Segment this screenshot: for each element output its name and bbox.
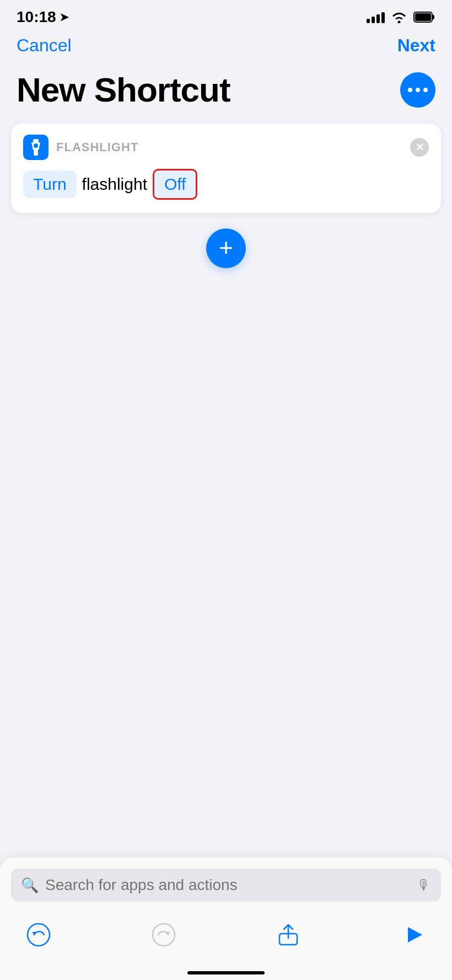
nav-bar: Cancel Next [0, 30, 452, 65]
redo-button[interactable] [147, 918, 180, 951]
flashlight-action-card: FLASHLIGHT ✕ Turn flashlight Off [11, 124, 441, 213]
cancel-button[interactable]: Cancel [17, 35, 72, 56]
next-button[interactable]: Next [397, 35, 435, 56]
location-arrow-icon: ➤ [60, 10, 69, 24]
off-chip[interactable]: Off [153, 169, 197, 200]
page-title: New Shortcut [17, 70, 230, 109]
svg-rect-4 [34, 150, 38, 156]
action-card-header: FLASHLIGHT ✕ [23, 135, 429, 160]
action-body: Turn flashlight Off [23, 169, 429, 200]
close-icon: ✕ [416, 142, 424, 152]
share-button[interactable] [272, 918, 305, 951]
add-action-button[interactable]: + [206, 228, 246, 268]
action-app-label: FLASHLIGHT [56, 140, 138, 155]
bottom-panel: 🔍 🎙 [0, 858, 452, 980]
bottom-toolbar [11, 914, 441, 971]
more-options-button[interactable] [400, 72, 435, 108]
status-icons [367, 11, 435, 23]
search-input[interactable] [45, 876, 410, 894]
play-button[interactable] [397, 918, 430, 951]
add-button-row: + [0, 228, 452, 268]
close-action-button[interactable]: ✕ [410, 138, 429, 157]
svg-rect-2 [415, 13, 431, 21]
svg-rect-3 [33, 139, 39, 142]
svg-rect-1 [432, 15, 434, 19]
svg-point-8 [153, 924, 175, 946]
battery-icon [413, 11, 435, 23]
status-time: 10:18 ➤ [17, 8, 69, 26]
page-title-row: New Shortcut [0, 65, 452, 124]
plus-icon: + [219, 236, 233, 260]
flashlight-text: flashlight [82, 175, 147, 194]
svg-marker-12 [408, 927, 422, 942]
time-text: 10:18 [17, 8, 56, 26]
more-dots-icon [408, 88, 428, 92]
svg-point-5 [34, 143, 38, 148]
turn-chip[interactable]: Turn [23, 171, 77, 198]
home-indicator [187, 971, 265, 974]
status-bar: 10:18 ➤ [0, 0, 452, 30]
search-icon: 🔍 [21, 877, 39, 894]
flashlight-app-icon [23, 135, 49, 160]
undo-button[interactable] [22, 918, 55, 951]
action-label-row: FLASHLIGHT [23, 135, 138, 160]
svg-point-6 [28, 924, 50, 946]
microphone-icon[interactable]: 🎙 [417, 877, 431, 894]
wifi-icon [391, 11, 407, 23]
search-bar[interactable]: 🔍 🎙 [11, 869, 441, 902]
signal-strength-icon [367, 11, 385, 23]
